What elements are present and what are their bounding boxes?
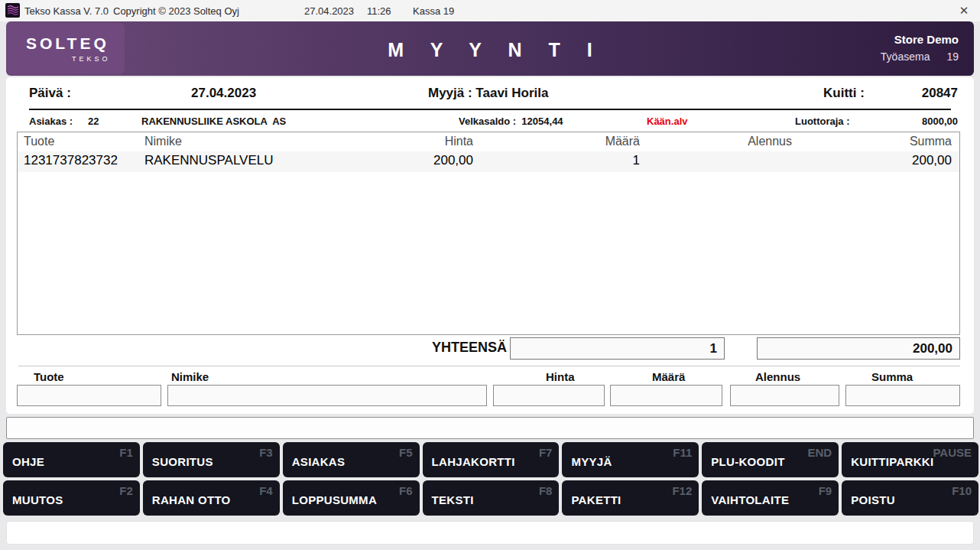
- button-label: SUORITUS: [152, 455, 213, 468]
- key-hint: F3: [259, 446, 273, 459]
- titlebar-register: Kassa 19: [413, 5, 454, 17]
- receipt-label: Kuitti :: [823, 86, 865, 101]
- total-quantity-box: 1: [510, 337, 725, 360]
- cell-nimike: RAKENNUSPALVELU: [144, 153, 273, 168]
- column-header-alennus: Alennus: [748, 135, 792, 148]
- column-header-hinta: Hinta: [445, 135, 473, 148]
- key-hint: F9: [819, 484, 832, 497]
- date-label: Päivä :: [29, 86, 71, 101]
- close-icon[interactable]: ✕: [954, 2, 974, 19]
- button-label: POISTU: [851, 493, 895, 506]
- entry-input-hinta[interactable]: [493, 385, 605, 406]
- cell-hinta: 200,00: [433, 153, 473, 168]
- sales-lines-table: Tuote Nimike Hinta Määrä Alennus Summa 1…: [17, 132, 960, 335]
- entry-label-maara: Määrä: [652, 370, 685, 383]
- button-label: KUITTIPARKKI: [851, 455, 933, 468]
- plu-koodit-button[interactable]: PLU-KOODIT END: [702, 442, 839, 477]
- asiakas-button[interactable]: ASIAKAS F5: [283, 442, 420, 477]
- status-bar: [6, 521, 974, 545]
- entry-input-tuote[interactable]: [17, 385, 161, 406]
- app-header: SOLTEQ TEKSO M Y Y N T I Store Demo Työa…: [6, 21, 974, 76]
- vaihtolaite-button[interactable]: VAIHTOLAITE F9: [702, 480, 839, 516]
- customer-name: RAKENNUSLIIKE ASKOLA AS: [141, 116, 286, 127]
- key-hint: F6: [399, 484, 413, 497]
- entry-label-alennus: Alennus: [755, 370, 800, 383]
- muutos-button[interactable]: MUUTOS F2: [3, 480, 140, 516]
- button-label: LAHJAKORTTI: [432, 455, 515, 468]
- kuittiparkki-button[interactable]: KUITTIPARKKI PAUSE: [842, 442, 978, 477]
- suoritus-button[interactable]: SUORITUS F3: [143, 442, 280, 477]
- divider: [29, 109, 951, 110]
- teksti-button[interactable]: TEKSTI F8: [423, 480, 560, 516]
- entry-label-hinta: Hinta: [546, 370, 575, 383]
- customer-label: Asiakas :: [29, 116, 73, 127]
- window-title: Tekso Kassa V. 7.0: [24, 5, 109, 17]
- entry-input-summa[interactable]: [845, 385, 960, 406]
- key-hint: F10: [952, 484, 972, 497]
- cell-tuote: 1231737823732: [24, 153, 118, 168]
- button-label: LOPPUSUMMA: [292, 493, 377, 506]
- table-header-row: Tuote Nimike Hinta Määrä Alennus Summa: [18, 132, 959, 151]
- button-label: PAKETTI: [571, 493, 621, 506]
- entry-input-maara[interactable]: [610, 385, 722, 406]
- divider: [18, 366, 960, 366]
- workstation-number: 19: [946, 50, 959, 63]
- rahan-otto-button[interactable]: RAHAN OTTO F4: [143, 480, 280, 516]
- column-header-summa: Summa: [910, 135, 952, 148]
- column-header-tuote: Tuote: [24, 135, 54, 148]
- button-label: MYYJÄ: [571, 455, 612, 468]
- key-hint: PAUSE: [933, 446, 972, 459]
- button-label: MUUTOS: [12, 493, 63, 506]
- key-hint: F11: [673, 446, 692, 459]
- ohje-button[interactable]: OHJE F1: [3, 442, 140, 477]
- total-label: YHTEENSÄ: [342, 340, 507, 356]
- key-hint: F5: [399, 446, 413, 459]
- entry-input-nimike[interactable]: [167, 385, 487, 406]
- function-key-grid: OHJE F1 SUORITUS F3 ASIAKAS F5 LAHJAKORT…: [3, 442, 978, 516]
- myyja-button[interactable]: MYYJÄ F11: [562, 442, 699, 477]
- button-label: ASIAKAS: [292, 455, 346, 468]
- entry-label-tuote: Tuote: [34, 370, 64, 383]
- copyright-text: Copyright © 2023 Solteq Oyj: [113, 5, 239, 17]
- entry-label-nimike: Nimike: [171, 370, 209, 383]
- key-hint: F8: [539, 484, 553, 497]
- credit-limit-value: 8000,00: [922, 116, 958, 127]
- key-hint: END: [807, 446, 832, 459]
- credit-limit-label: Luottoraja :: [795, 116, 850, 127]
- key-hint: F1: [119, 446, 133, 459]
- lahjakortti-button[interactable]: LAHJAKORTTI F7: [423, 442, 560, 477]
- loppusumma-button[interactable]: LOPPUSUMMA F6: [283, 480, 420, 516]
- reverse-vat-flag: Kään.alv: [647, 116, 687, 127]
- column-header-nimike: Nimike: [144, 135, 182, 148]
- key-hint: F2: [119, 484, 133, 497]
- button-label: PLU-KOODIT: [711, 455, 784, 468]
- key-hint: F7: [539, 446, 553, 459]
- paketti-button[interactable]: PAKETTI F12: [562, 480, 699, 516]
- page-title: M Y Y N T I: [6, 39, 974, 61]
- date-value: 27.04.2023: [191, 86, 256, 101]
- button-label: OHJE: [12, 455, 44, 468]
- column-header-maara: Määrä: [605, 135, 640, 148]
- customer-number: 22: [88, 116, 99, 127]
- app-logo-icon: [5, 3, 20, 18]
- message-line[interactable]: [6, 417, 974, 439]
- total-amount-box: 200,00: [757, 337, 960, 360]
- workstation-info: Työasema 19: [881, 50, 959, 63]
- key-hint: F12: [672, 484, 692, 497]
- sale-panel: Päivä : 27.04.2023 Myyjä : Taavi Horila …: [6, 77, 974, 414]
- receipt-number: 20847: [922, 86, 958, 101]
- button-label: TEKSTI: [432, 493, 474, 506]
- seller-info: Myyjä : Taavi Horila: [428, 86, 548, 101]
- table-row[interactable]: 1231737823732 RAKENNUSPALVELU 200,00 1 2…: [18, 151, 959, 172]
- entry-label-summa: Summa: [871, 370, 913, 383]
- button-label: VAIHTOLAITE: [711, 493, 789, 506]
- entry-input-alennus[interactable]: [730, 385, 839, 406]
- poistu-button[interactable]: POISTU F10: [842, 480, 978, 516]
- store-name: Store Demo: [894, 33, 959, 46]
- window-titlebar: Tekso Kassa V. 7.0 Copyright © 2023 Solt…: [0, 0, 980, 21]
- debt-balance: Velkasaldo : 12054,44: [459, 116, 563, 127]
- key-hint: F4: [259, 484, 273, 497]
- titlebar-time: 11:26: [367, 5, 391, 17]
- button-label: RAHAN OTTO: [152, 493, 231, 506]
- titlebar-date: 27.04.2023: [304, 5, 354, 17]
